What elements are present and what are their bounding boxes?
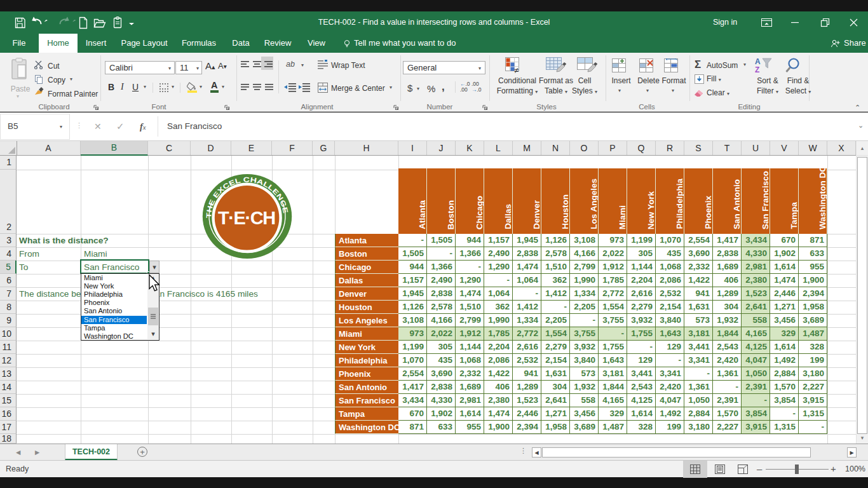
- svg-text:T·E·CH: T·E·CH: [218, 208, 276, 228]
- svg-text:≠: ≠: [514, 65, 519, 75]
- svg-text:Z: Z: [755, 65, 759, 74]
- svg-text:A: A: [755, 57, 761, 66]
